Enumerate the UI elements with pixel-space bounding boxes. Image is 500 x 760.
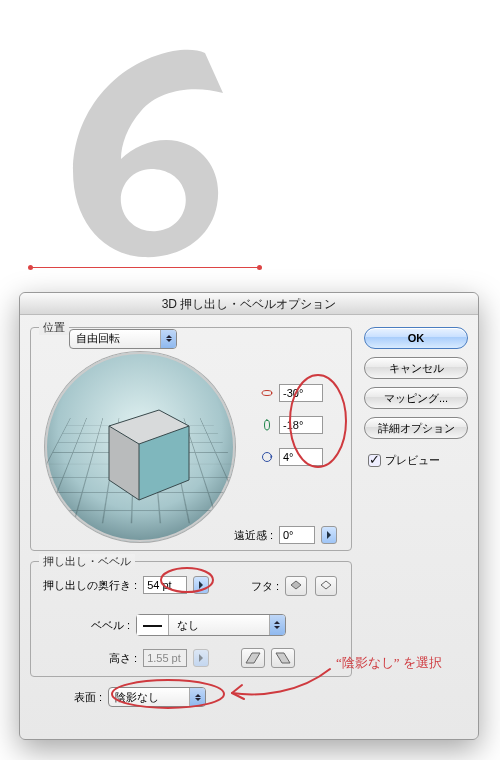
- cap-off-button[interactable]: [315, 576, 337, 596]
- rotation-preview[interactable]: [45, 352, 235, 542]
- surface-label: 表面 :: [74, 690, 102, 705]
- height-input: 1.55 pt: [143, 649, 187, 667]
- bevel-label: ベベル :: [91, 618, 130, 633]
- surface-combo[interactable]: 陰影なし: [108, 687, 206, 707]
- perspective-row: 遠近感 : 0°: [234, 526, 337, 544]
- bevel-row: ベベル : なし: [91, 614, 286, 636]
- preview-checkbox[interactable]: [368, 454, 381, 467]
- depth-label: 押し出しの奥行き :: [43, 578, 137, 593]
- preview-label: プレビュー: [385, 453, 440, 468]
- bevel-out-icon: [272, 649, 294, 667]
- bevel-in-icon: [242, 649, 264, 667]
- svg-point-4: [262, 391, 272, 396]
- cap-on-button[interactable]: [285, 576, 307, 596]
- cap-off-icon: [319, 579, 333, 593]
- chevron-updown-icon: [269, 615, 285, 635]
- extrude-legend: 押し出し・ベベル: [39, 554, 135, 569]
- more-options-button[interactable]: 詳細オプション: [364, 417, 468, 439]
- rotation-inputs: -30° -18° 4°: [261, 384, 339, 466]
- annotation-text: “陰影なし” を選択: [336, 654, 442, 672]
- dialog-title: 3D 押し出し・ベベルオプション: [20, 293, 478, 315]
- height-stepper: [193, 649, 209, 667]
- cap-on-icon: [289, 579, 303, 593]
- svg-point-5: [265, 420, 270, 430]
- rot-y-row: -18°: [261, 416, 339, 434]
- perspective-label: 遠近感 :: [234, 528, 273, 543]
- perspective-stepper[interactable]: [321, 526, 337, 544]
- cap-row: フタ :: [251, 576, 337, 596]
- glyph-6: [55, 45, 225, 260]
- rot-x-input[interactable]: -30°: [279, 384, 323, 402]
- extrude-bevel-dialog: 3D 押し出し・ベベルオプション OK キャンセル マッピング... 詳細オプシ…: [19, 292, 479, 740]
- rotate-z-icon: [261, 451, 273, 463]
- dialog-button-column: OK キャンセル マッピング... 詳細オプション プレビュー: [364, 327, 468, 468]
- mapping-button[interactable]: マッピング...: [364, 387, 468, 409]
- canvas-artwork: [20, 40, 250, 285]
- chevron-updown-icon: [189, 688, 205, 706]
- bevel-select[interactable]: なし: [136, 614, 286, 636]
- height-row: 高さ : 1.55 pt: [109, 648, 295, 668]
- rot-x-row: -30°: [261, 384, 339, 402]
- preview-cube: [89, 396, 199, 506]
- svg-marker-8: [321, 581, 331, 589]
- ok-button[interactable]: OK: [364, 327, 468, 349]
- cancel-button[interactable]: キャンセル: [364, 357, 468, 379]
- bevel-swatch: [137, 615, 169, 635]
- cap-label: フタ :: [251, 579, 279, 594]
- extrude-bevel-group: 押し出し・ベベル 押し出しの奥行き : 54 pt フタ : ベベル : なし: [30, 561, 352, 677]
- height-label: 高さ :: [109, 651, 137, 666]
- rotate-y-icon: [261, 419, 273, 431]
- baseline-guide: [30, 267, 260, 268]
- svg-marker-7: [291, 581, 301, 589]
- position-legend: 位置: [39, 320, 69, 335]
- bevel-value: なし: [169, 618, 269, 633]
- rot-y-input[interactable]: -18°: [279, 416, 323, 434]
- position-combo-value: 自由回転: [70, 331, 160, 346]
- surface-row: 表面 : 陰影なし: [74, 687, 206, 707]
- position-group: 位置 自由回転 -30° -18°: [30, 327, 352, 551]
- depth-stepper[interactable]: [193, 576, 209, 594]
- depth-input[interactable]: 54 pt: [143, 576, 187, 594]
- preview-row: プレビュー: [364, 453, 468, 468]
- rot-z-input[interactable]: 4°: [279, 448, 323, 466]
- bevel-in-button[interactable]: [241, 648, 265, 668]
- surface-value: 陰影なし: [109, 690, 189, 705]
- chevron-updown-icon: [160, 330, 176, 348]
- perspective-input[interactable]: 0°: [279, 526, 315, 544]
- bevel-out-button[interactable]: [271, 648, 295, 668]
- position-combo-wrap: 自由回転: [69, 328, 177, 349]
- rot-z-row: 4°: [261, 448, 339, 466]
- depth-row: 押し出しの奥行き : 54 pt: [43, 576, 209, 594]
- rotate-x-icon: [261, 387, 273, 399]
- position-combo[interactable]: 自由回転: [69, 329, 177, 349]
